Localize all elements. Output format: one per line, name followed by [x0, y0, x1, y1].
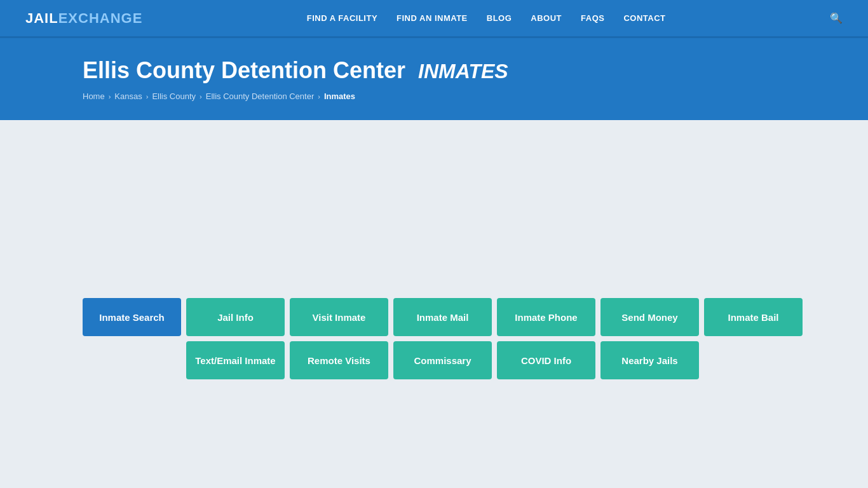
breadcrumb-link-home[interactable]: Home: [83, 92, 105, 101]
btn-commissary[interactable]: Commissary: [393, 341, 492, 379]
breadcrumb-separator: ›: [109, 93, 111, 100]
buttons-row-1: Inmate SearchJail InfoVisit InmateInmate…: [83, 298, 803, 336]
nav-link-blog[interactable]: BLOG: [487, 13, 512, 23]
btn-text-email-inmate[interactable]: Text/Email Inmate: [186, 341, 285, 379]
logo[interactable]: JAIL EXCHANGE: [25, 10, 142, 27]
nav-links: FIND A FACILITYFIND AN INMATEBLOGABOUTFA…: [307, 13, 666, 23]
nav-link-contact[interactable]: CONTACT: [623, 13, 665, 23]
btn-remote-visits[interactable]: Remote Visits: [290, 341, 388, 379]
btn-inmate-phone[interactable]: Inmate Phone: [497, 298, 595, 336]
breadcrumb-link-ellis-county[interactable]: Ellis County: [152, 92, 196, 101]
buttons-section: Inmate SearchJail InfoVisit InmateInmate…: [83, 298, 785, 379]
logo-exchange: EXCHANGE: [58, 10, 143, 27]
page-title-main: Ellis County Detention Center: [83, 57, 405, 83]
btn-visit-inmate[interactable]: Visit Inmate: [290, 298, 388, 336]
btn-covid-info[interactable]: COVID Info: [497, 341, 595, 379]
breadcrumb-link-kansas[interactable]: Kansas: [114, 92, 142, 101]
btn-inmate-mail[interactable]: Inmate Mail: [393, 298, 492, 336]
breadcrumb-separator: ›: [318, 93, 320, 100]
nav-link-faqs[interactable]: FAQs: [581, 13, 604, 23]
search-icon[interactable]: 🔍: [830, 12, 843, 24]
main-nav: JAIL EXCHANGE FIND A FACILITYFIND AN INM…: [0, 0, 868, 38]
nav-link-find-facility[interactable]: FIND A FACILITY: [307, 13, 377, 23]
page-title: Ellis County Detention Center INMATES: [83, 57, 843, 84]
breadcrumb-link-detention-center[interactable]: Ellis County Detention Center: [206, 92, 315, 101]
buttons-row-2: Text/Email InmateRemote VisitsCommissary…: [186, 341, 699, 379]
breadcrumb-separator: ›: [146, 93, 149, 100]
breadcrumb: Home›Kansas›Ellis County›Ellis County De…: [83, 92, 843, 101]
btn-inmate-bail[interactable]: Inmate Bail: [704, 298, 803, 336]
btn-send-money[interactable]: Send Money: [600, 298, 699, 336]
header-banner: Ellis County Detention Center INMATES Ho…: [0, 38, 868, 120]
page-title-italic: INMATES: [418, 60, 508, 83]
btn-inmate-search[interactable]: Inmate Search: [83, 298, 181, 336]
breadcrumb-current: Inmates: [324, 92, 355, 101]
nav-link-about[interactable]: ABOUT: [531, 13, 562, 23]
nav-link-find-inmate[interactable]: FIND AN INMATE: [397, 13, 468, 23]
main-content: Inmate SearchJail InfoVisit InmateInmate…: [0, 120, 868, 438]
breadcrumb-separator: ›: [200, 93, 202, 100]
btn-jail-info[interactable]: Jail Info: [186, 298, 285, 336]
btn-nearby-jails[interactable]: Nearby Jails: [600, 341, 699, 379]
logo-jail: JAIL: [25, 10, 58, 27]
